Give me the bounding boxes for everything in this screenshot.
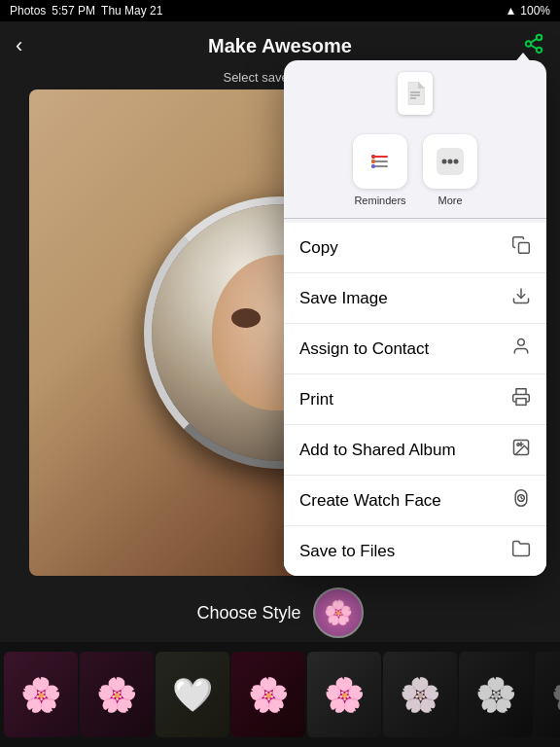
svg-line-34 [521, 498, 523, 499]
create-watch-face-label: Create Watch Face [299, 491, 441, 511]
svg-point-22 [454, 160, 459, 164]
svg-point-0 [537, 34, 542, 40]
print-action[interactable]: Print [284, 374, 546, 425]
thumbnail-2[interactable]: 🌸 [80, 652, 154, 737]
sheet-divider-top [284, 218, 546, 219]
status-right: ▲ 100% [505, 4, 550, 18]
sheet-icon-row: Reminders More [284, 119, 546, 214]
sheet-doc-icon-area [284, 60, 546, 119]
thumbnail-7[interactable]: 🌸 [459, 652, 533, 737]
svg-line-3 [531, 45, 537, 49]
back-button[interactable]: ‹ [16, 33, 22, 58]
svg-rect-23 [519, 243, 530, 254]
svg-line-4 [531, 38, 537, 42]
add-shared-album-label: Add to Shared Album [299, 441, 456, 460]
copy-action[interactable]: Copy [284, 223, 546, 273]
save-files-icon [511, 539, 531, 563]
svg-point-25 [518, 339, 525, 346]
svg-point-18 [371, 164, 375, 168]
status-left: Photos 5:57 PM Thu May 21 [10, 4, 162, 18]
wifi-icon: ▲ [505, 4, 516, 18]
create-watch-face-action[interactable]: Create Watch Face [284, 476, 546, 526]
create-watch-face-icon [511, 488, 531, 513]
status-date: Thu May 21 [101, 4, 162, 18]
page-title: Make Awesome [208, 35, 352, 57]
save-image-label: Save Image [299, 289, 388, 308]
svg-point-16 [371, 155, 375, 159]
thumbnails-row: 🌸 🌸 🤍 🌸 🌸 🌸 🌸 🌸 [0, 642, 560, 747]
share-sheet-arrow [513, 53, 533, 64]
more-label: More [438, 195, 462, 206]
share-sheet: Reminders More Copy Save Image [284, 60, 546, 576]
status-bar: Photos 5:57 PM Thu May 21 ▲ 100% [0, 0, 560, 21]
svg-point-20 [442, 160, 447, 164]
svg-point-1 [526, 41, 532, 47]
thumbnail-8[interactable]: 🌸 [535, 652, 560, 737]
app-name: Photos [10, 4, 46, 18]
style-preview[interactable]: 🌸 [313, 587, 364, 638]
save-image-icon [511, 286, 531, 310]
svg-point-17 [371, 160, 375, 163]
choose-style-label: Choose Style [196, 603, 300, 623]
more-icon-box [423, 134, 477, 189]
svg-point-21 [448, 160, 453, 164]
style-area: Choose Style 🌸 [0, 584, 560, 642]
style-preview-icon: 🌸 [324, 599, 353, 626]
status-time: 5:57 PM [52, 4, 95, 18]
svg-rect-26 [516, 399, 526, 406]
print-icon [511, 387, 531, 411]
thumbnail-6[interactable]: 🌸 [383, 652, 457, 737]
doc-icon [398, 72, 433, 115]
add-shared-album-icon [511, 438, 531, 462]
svg-point-2 [537, 47, 542, 52]
save-files-action[interactable]: Save to Files [284, 526, 546, 576]
copy-icon [511, 235, 531, 260]
reminders-label: Reminders [354, 195, 405, 206]
print-label: Print [299, 390, 333, 409]
save-image-action[interactable]: Save Image [284, 273, 546, 324]
save-files-label: Save to Files [299, 542, 395, 561]
sheet-more-item[interactable]: More [423, 134, 477, 206]
assign-contact-label: Assign to Contact [299, 339, 429, 359]
reminders-icon-box [353, 134, 407, 189]
battery-label: 100% [520, 4, 550, 18]
sheet-reminders-item[interactable]: Reminders [353, 134, 407, 206]
assign-contact-icon [511, 337, 531, 361]
thumbnail-4[interactable]: 🌸 [231, 652, 305, 737]
thumbnail-1[interactable]: 🌸 [4, 652, 78, 737]
add-shared-album-action[interactable]: Add to Shared Album [284, 425, 546, 476]
copy-label: Copy [299, 238, 338, 258]
thumbnail-3[interactable]: 🤍 [156, 652, 229, 737]
assign-contact-action[interactable]: Assign to Contact [284, 324, 546, 374]
thumbnail-5[interactable]: 🌸 [307, 652, 381, 737]
